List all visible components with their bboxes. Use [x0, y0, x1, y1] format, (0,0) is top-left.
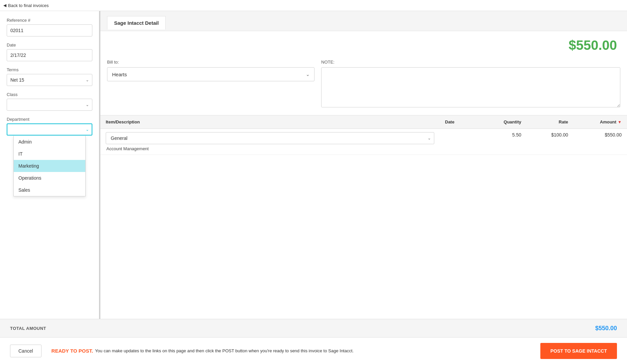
department-label: Department [7, 117, 92, 122]
department-input[interactable] [7, 123, 92, 135]
note-label: NOTE: [321, 60, 620, 65]
dropdown-item-operations[interactable]: Operations [14, 172, 85, 184]
main-layout: Reference # Date Terms Net 15 Net 30 Net… [0, 11, 627, 319]
ready-label: READY TO POST. [52, 348, 93, 354]
back-link[interactable]: ◀ Back to final invoices [3, 3, 49, 8]
bill-to-col: Bill to: Hearts Other ⌄ [107, 60, 315, 108]
back-arrow-icon: ◀ [3, 3, 6, 8]
item-select-wrapper: General Other ⌄ [106, 132, 434, 144]
dropdown-item-sales[interactable]: Sales [14, 184, 85, 196]
total-bar: TOTAL AMOUNT $550.00 [0, 319, 627, 337]
date-field-group: Date [7, 42, 92, 61]
terms-select[interactable]: Net 15 Net 30 Net 60 Due on Receipt [7, 74, 92, 86]
amount-cell: $550.00 [573, 129, 627, 155]
class-field-group: Class ⌄ [7, 92, 92, 111]
sidebar: Reference # Date Terms Net 15 Net 30 Net… [0, 11, 100, 319]
department-select-wrapper: ⌄ [7, 123, 92, 135]
bill-to-select[interactable]: Hearts Other [107, 67, 315, 81]
back-link-label: Back to final invoices [8, 3, 49, 8]
note-textarea[interactable] [321, 67, 620, 107]
right-content: Sage Intacct Detail $550.00 Bill to: Hea… [100, 11, 627, 319]
dropdown-item-it[interactable]: IT [14, 148, 85, 160]
department-dropdown: Admin IT Marketing Operations Sales [13, 136, 86, 196]
account-management-text: Account Management [106, 144, 434, 151]
terms-field-group: Terms Net 15 Net 30 Net 60 Due on Receip… [7, 67, 92, 86]
header-amount: Amount ▼ [573, 115, 627, 128]
item-description-cell: General Other ⌄ Account Management [100, 129, 440, 155]
class-select[interactable] [7, 99, 92, 111]
date-cell [440, 129, 480, 155]
invoice-amount: $550.00 [100, 31, 627, 56]
top-nav: ◀ Back to final invoices [0, 0, 627, 11]
reference-input[interactable] [7, 24, 92, 36]
bill-to-select-wrapper: Hearts Other ⌄ [107, 67, 315, 81]
class-select-wrapper: ⌄ [7, 99, 92, 111]
bill-to-label: Bill to: [107, 60, 315, 65]
dropdown-item-marketing[interactable]: Marketing [14, 160, 85, 172]
post-button[interactable]: POST TO SAGE INTACCT [540, 343, 617, 359]
action-bar: Cancel READY TO POST. You can make updat… [0, 337, 627, 364]
ready-description: You can make updates to the links on thi… [95, 348, 354, 354]
amount-sort-icon: ▼ [618, 120, 622, 124]
cancel-button[interactable]: Cancel [10, 345, 41, 357]
header-item-description: Item/Description [100, 115, 440, 128]
rate-cell: $100.00 [527, 129, 573, 155]
bill-note-section: Bill to: Hearts Other ⌄ NOTE: [100, 56, 627, 115]
amount-header-label: Amount [600, 119, 616, 124]
department-field-group: Department ⌄ Admin IT Marketing Operatio… [7, 117, 92, 135]
total-amount: $550.00 [595, 325, 617, 332]
invoice-table: Item/Description Date Quantity Rate Amou… [100, 115, 627, 155]
terms-select-wrapper: Net 15 Net 30 Net 60 Due on Receipt ⌄ [7, 74, 92, 86]
date-label: Date [7, 42, 92, 48]
date-input[interactable] [7, 49, 92, 61]
ready-info: READY TO POST. You can make updates to t… [52, 348, 530, 354]
table-row: General Other ⌄ Account Management 5.50 … [100, 129, 627, 155]
note-col: NOTE: [321, 60, 620, 108]
dropdown-item-admin[interactable]: Admin [14, 136, 85, 148]
header-quantity: Quantity [480, 115, 527, 128]
terms-label: Terms [7, 67, 92, 72]
quantity-cell: 5.50 [480, 129, 527, 155]
class-label: Class [7, 92, 92, 97]
table-header: Item/Description Date Quantity Rate Amou… [100, 115, 627, 129]
reference-label: Reference # [7, 18, 92, 23]
total-label: TOTAL AMOUNT [10, 326, 46, 331]
reference-field-group: Reference # [7, 18, 92, 36]
sage-intacct-detail-tab[interactable]: Sage Intacct Detail [107, 16, 166, 29]
header-date: Date [440, 115, 480, 128]
detail-header: Sage Intacct Detail [100, 11, 627, 31]
header-rate: Rate [527, 115, 573, 128]
sage-intacct-tab-label: Sage Intacct Detail [114, 20, 159, 26]
item-select[interactable]: General Other [106, 132, 434, 144]
